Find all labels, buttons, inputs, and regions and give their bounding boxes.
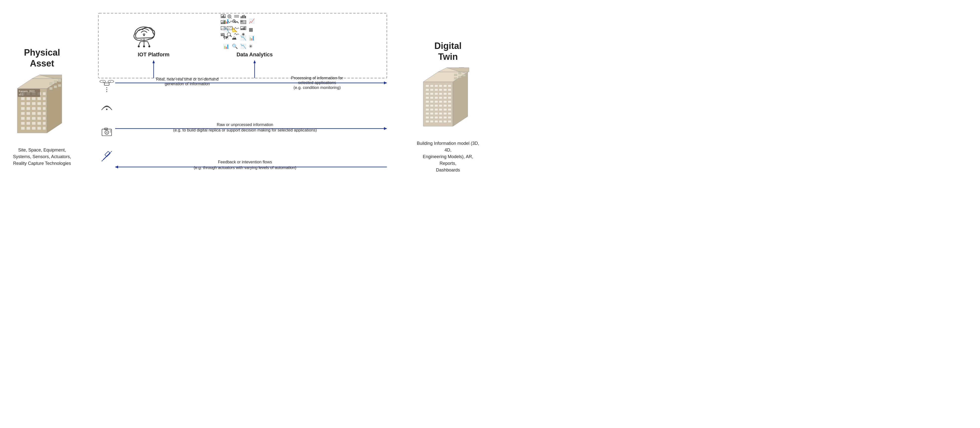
svg-rect-198 <box>430 105 433 107</box>
svg-rect-89 <box>224 17 226 18</box>
svg-rect-46 <box>49 87 52 90</box>
middle-section: IOT Platform 📊 ⚙ ≡ 📈 📉 📐 〰 ▦ 🗺 ⛰ 📉 📊 � <box>79 8 411 205</box>
right-title-line2: Twin <box>438 52 458 62</box>
svg-rect-219 <box>444 116 447 119</box>
right-subtitle: Building Information model (3D, 4D, Engi… <box>416 140 480 173</box>
svg-rect-21 <box>37 107 41 110</box>
svg-rect-209 <box>426 113 429 115</box>
svg-point-136 <box>106 87 107 88</box>
right-column: Digital Twin <box>416 41 480 173</box>
svg-rect-225 <box>444 120 447 122</box>
svg-rect-172 <box>448 85 451 87</box>
svg-rect-103 <box>224 21 224 24</box>
svg-rect-42 <box>43 127 46 130</box>
svg-rect-169 <box>434 85 438 87</box>
analytics-label: Data Analytics <box>237 52 273 58</box>
svg-marker-130 <box>253 60 256 63</box>
svg-rect-189 <box>444 97 447 99</box>
svg-text:v0.1: v0.1 <box>19 93 24 96</box>
svg-point-138 <box>106 91 107 92</box>
svg-rect-99 <box>245 16 246 18</box>
svg-rect-47 <box>54 86 57 88</box>
svg-rect-25 <box>32 112 36 115</box>
svg-marker-164 <box>423 82 453 126</box>
svg-rect-210 <box>430 113 433 115</box>
svg-text:(e.g. through actuators with v: (e.g. through actuators with varying lev… <box>194 165 296 170</box>
svg-line-149 <box>111 151 112 152</box>
svg-rect-102 <box>223 22 223 24</box>
svg-rect-208 <box>448 108 451 111</box>
svg-rect-15 <box>32 102 36 105</box>
svg-rect-119 <box>224 35 224 36</box>
svg-text:✳: ✳ <box>249 44 253 49</box>
svg-rect-41 <box>37 127 41 130</box>
svg-rect-174 <box>430 89 433 91</box>
svg-rect-179 <box>426 93 429 95</box>
svg-rect-147 <box>105 152 110 157</box>
svg-text:📐: 📐 <box>232 27 238 33</box>
svg-rect-19 <box>27 107 30 110</box>
svg-rect-228 <box>458 72 461 75</box>
svg-rect-187 <box>434 97 438 99</box>
svg-rect-185 <box>426 97 429 99</box>
svg-rect-26 <box>37 112 41 115</box>
svg-line-146 <box>103 153 110 160</box>
left-subtitle: Site, Space, Equipment, Systems, Sensors… <box>13 147 71 167</box>
svg-rect-207 <box>444 108 447 111</box>
svg-rect-193 <box>434 101 438 103</box>
svg-rect-37 <box>43 122 46 125</box>
svg-text:📉: 📉 <box>240 35 247 41</box>
svg-rect-101 <box>221 22 222 24</box>
svg-rect-211 <box>434 113 438 115</box>
svg-line-92 <box>231 17 232 19</box>
svg-rect-18 <box>21 107 25 110</box>
svg-point-142 <box>106 132 108 133</box>
svg-point-67 <box>138 46 140 48</box>
svg-rect-118 <box>223 33 223 36</box>
digital-building <box>421 67 475 136</box>
svg-rect-144 <box>110 130 111 131</box>
svg-rect-182 <box>439 93 442 95</box>
physical-building: Kassem, 2022, v0.1 <box>15 74 69 143</box>
svg-rect-168 <box>430 85 433 87</box>
svg-text:📊: 📊 <box>223 43 229 49</box>
svg-rect-192 <box>430 101 433 103</box>
arrow1-label-left: Real, near-real time or on-demand <box>156 77 218 82</box>
svg-rect-206 <box>439 108 442 111</box>
svg-text:🗺: 🗺 <box>223 35 228 41</box>
svg-rect-196 <box>448 101 451 103</box>
svg-rect-87 <box>222 16 223 18</box>
svg-rect-117 <box>221 34 222 36</box>
svg-point-137 <box>106 89 107 90</box>
svg-rect-190 <box>448 97 451 99</box>
iot-label: IOT Platform <box>138 52 169 58</box>
svg-rect-186 <box>430 97 433 99</box>
svg-text:Processing of information for: Processing of information for <box>291 76 344 80</box>
svg-rect-8 <box>21 97 25 100</box>
svg-rect-14 <box>27 102 30 105</box>
svg-text:📉: 📉 <box>240 43 247 49</box>
svg-rect-20 <box>32 107 36 110</box>
svg-rect-17 <box>43 102 46 105</box>
svg-rect-145 <box>110 132 111 132</box>
svg-rect-12 <box>43 97 46 100</box>
svg-rect-34 <box>27 122 30 125</box>
svg-text:▦: ▦ <box>249 27 253 32</box>
svg-rect-38 <box>21 127 25 130</box>
svg-point-139 <box>106 109 108 110</box>
svg-text:🔍: 🔍 <box>232 43 238 49</box>
svg-rect-36 <box>37 122 41 125</box>
svg-text:⛰: ⛰ <box>232 35 237 41</box>
svg-rect-184 <box>448 93 451 95</box>
svg-rect-217 <box>434 116 438 119</box>
svg-rect-178 <box>448 89 451 91</box>
svg-rect-200 <box>439 105 442 107</box>
svg-rect-32 <box>43 117 46 120</box>
svg-rect-27 <box>43 112 46 115</box>
svg-rect-218 <box>439 116 442 119</box>
svg-rect-214 <box>448 113 451 115</box>
svg-rect-221 <box>426 120 429 122</box>
svg-rect-29 <box>27 117 30 120</box>
svg-rect-220 <box>448 116 451 119</box>
svg-rect-33 <box>21 122 25 125</box>
